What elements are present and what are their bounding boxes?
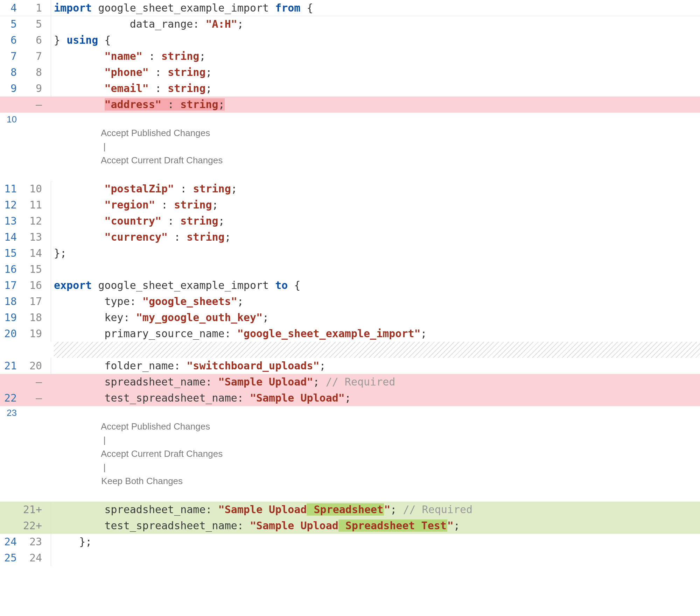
removed-line: — "address" : string; (0, 97, 700, 113)
accept-draft-button[interactable]: Accept Current Draft Changes (101, 155, 223, 165)
code-line: 11 10 "postalZip" : string; (0, 181, 700, 197)
line-number-left: 4 (0, 0, 21, 16)
line-number-right: 1 (21, 0, 46, 16)
code-line: 4 1 import google_sheet_example_import f… (0, 0, 700, 16)
code-line: 17 16 export google_sheet_example_import… (0, 277, 700, 293)
code-line: 6 6 } using { (0, 32, 700, 48)
conflict-actions: 23 Accept Published Changes | Accept Cur… (0, 406, 700, 502)
code-line: 25 24 (0, 550, 700, 566)
code-line: 13 12 "country" : string; (0, 213, 700, 229)
code-line: 18 17 type: "google_sheets"; (0, 293, 700, 310)
code-line: 5 5 data_range: "A:H"; (0, 16, 700, 32)
diff-separator (0, 342, 700, 358)
removed-line: 22 — test_spreadsheet_name: "Sample Uplo… (0, 390, 700, 406)
code-line: 7 7 "name" : string; (0, 48, 700, 64)
dash-marker: — (21, 97, 46, 113)
accept-draft-button[interactable]: Accept Current Draft Changes (101, 448, 223, 459)
code-line: 20 19 primary_source_name: "google_sheet… (0, 326, 700, 342)
conflict-actions: 10 Accept Published Changes | Accept Cur… (0, 113, 700, 181)
code-line: 16 15 (0, 261, 700, 277)
added-line: 22+ test_spreadsheet_name: "Sample Uploa… (0, 518, 700, 534)
code-line: 24 23 }; (0, 534, 700, 550)
code-line: 8 8 "phone" : string; (0, 64, 700, 80)
code-line: 21 20 folder_name: "switchboard_uploads"… (0, 358, 700, 374)
code-line: 15 14 }; (0, 245, 700, 261)
code-line: 12 11 "region" : string; (0, 197, 700, 213)
removed-line: — spreadsheet_name: "Sample Upload"; // … (0, 374, 700, 390)
code-line: 9 9 "email" : string; (0, 80, 700, 97)
code-text: import google_sheet_example_import from … (54, 0, 700, 16)
dash-marker: — (21, 374, 46, 390)
code-line: 19 18 key: "my_google_outh_key"; (0, 310, 700, 326)
keep-both-button[interactable]: Keep Both Changes (101, 476, 183, 486)
added-line: 21+ spreadsheet_name: "Sample Upload Spr… (0, 502, 700, 518)
diff-editor: 4 1 import google_sheet_example_import f… (0, 0, 700, 566)
code-line: 14 13 "currency" : string; (0, 229, 700, 245)
dash-marker: — (21, 390, 46, 406)
accept-published-button[interactable]: Accept Published Changes (101, 128, 210, 138)
accept-published-button[interactable]: Accept Published Changes (101, 421, 210, 432)
